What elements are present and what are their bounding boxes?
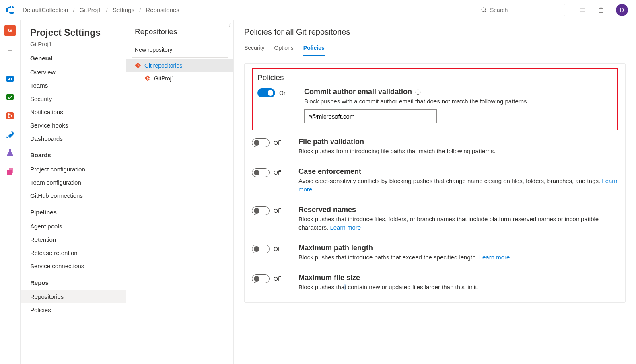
info-icon[interactable] — [415, 89, 421, 95]
testplans-icon[interactable] — [5, 148, 15, 158]
toggle-label: Off — [274, 169, 281, 176]
avatar[interactable]: D — [616, 4, 628, 16]
repo-column-title: Repositories — [126, 27, 233, 36]
nav-overview[interactable]: Overview — [30, 66, 126, 79]
toggle-commit-email[interactable] — [257, 88, 275, 97]
repositories-column: 〈 Repositories New repository Git reposi… — [126, 20, 233, 364]
nav-security[interactable]: Security — [30, 92, 126, 105]
policy-desc: Block pushes that introduce paths that e… — [298, 253, 618, 261]
overview-icon[interactable] — [5, 74, 15, 84]
nav-teams[interactable]: Teams — [30, 79, 126, 92]
learn-more-link[interactable]: Learn more — [330, 224, 361, 231]
toggle-label: Off — [274, 246, 281, 252]
toggle-label: Off — [274, 276, 281, 282]
breadcrumb-item[interactable]: Settings — [113, 6, 134, 13]
policy-max-file-size: Off Maximum file size Block pushes that … — [252, 274, 618, 291]
nav-notifications[interactable]: Notifications — [30, 105, 126, 119]
breadcrumb: DefaultCollection / GitProj1 / Settings … — [23, 6, 179, 13]
page-title: Project Settings — [30, 27, 126, 38]
shopping-bag-icon[interactable] — [597, 6, 605, 14]
azure-devops-logo-icon — [6, 5, 15, 15]
nav-policies[interactable]: Policies — [30, 303, 126, 317]
settings-sidebar: Project Settings GitProj1 General Overvi… — [20, 20, 126, 364]
policy-title: Reserved names — [298, 206, 618, 214]
toggle-max-path[interactable] — [252, 245, 270, 253]
repo-item-gitproj1[interactable]: GitProj1 — [126, 72, 233, 85]
search-input-wrapper[interactable] — [478, 4, 565, 16]
divider — [132, 57, 228, 58]
policy-title: Case enforcement — [298, 167, 618, 176]
nav-github[interactable]: GitHub connections — [30, 189, 126, 202]
nav-repositories[interactable]: Repositories — [21, 290, 126, 303]
tab-security[interactable]: Security — [244, 42, 265, 56]
policy-desc: Avoid case-sensitivity conflicts by bloc… — [298, 177, 618, 193]
nav-project-config[interactable]: Project configuration — [30, 162, 126, 176]
add-icon[interactable]: ＋ — [4, 45, 16, 56]
email-pattern-input[interactable] — [304, 109, 437, 123]
policy-desc: Block pushes from introducing file paths… — [298, 147, 618, 155]
collapse-column-icon[interactable]: 〈 — [226, 23, 231, 30]
policy-desc: Block pushes that introduce files, folde… — [298, 215, 618, 232]
toggle-case-enforcement[interactable] — [252, 168, 270, 177]
breadcrumb-item[interactable]: DefaultCollection — [23, 6, 68, 13]
breadcrumb-sep: / — [73, 6, 74, 13]
toggle-label: Off — [274, 208, 281, 214]
policy-commit-email: On Commit author email validation Block … — [257, 88, 612, 123]
toggle-file-path[interactable] — [252, 138, 270, 147]
learn-more-link[interactable]: Learn more — [479, 254, 510, 261]
policies-card: Policies On Commit author email validati… — [244, 63, 626, 303]
policy-title: File path validation — [298, 138, 618, 146]
project-tile[interactable]: G — [4, 25, 16, 36]
rail-divider — [5, 65, 15, 65]
list-icon[interactable] — [579, 6, 586, 14]
tabs: Security Options Policies — [244, 42, 626, 56]
nav-service-hooks[interactable]: Service hooks — [30, 119, 126, 132]
toggle-reserved-names[interactable] — [252, 206, 270, 215]
repos-icon[interactable] — [5, 111, 15, 121]
nav-group-general: General — [30, 55, 126, 62]
repo-item-label: Git repositories — [144, 62, 182, 69]
breadcrumb-item[interactable]: Repositories — [146, 6, 179, 13]
search-input[interactable] — [490, 7, 562, 13]
policy-reserved-names: Off Reserved names Block pushes that int… — [252, 206, 618, 232]
artifacts-icon[interactable] — [5, 167, 15, 176]
toggle-label: On — [279, 90, 287, 96]
policy-title: Maximum file size — [298, 274, 618, 282]
tab-policies[interactable]: Policies — [303, 42, 325, 56]
policy-title: Commit author email validation — [304, 88, 612, 96]
policy-title: Maximum path length — [298, 244, 618, 252]
tab-options[interactable]: Options — [274, 42, 294, 56]
nav-agent-pools[interactable]: Agent pools — [30, 220, 126, 233]
svg-point-9 — [10, 132, 12, 134]
nav-service-connections[interactable]: Service connections — [30, 259, 126, 273]
nav-dashboards[interactable]: Dashboards — [30, 132, 126, 145]
repo-item-label: GitProj1 — [154, 75, 175, 82]
nav-release-retention[interactable]: Release retention — [30, 246, 126, 259]
breadcrumb-item[interactable]: GitProj1 — [80, 6, 101, 13]
toggle-max-file-size[interactable] — [252, 274, 270, 283]
search-icon — [481, 7, 487, 13]
nav-group-boards: Boards — [30, 152, 126, 158]
pipelines-icon[interactable] — [5, 130, 15, 139]
policy-title-text: Commit author email validation — [304, 88, 412, 96]
breadcrumb-sep: / — [106, 6, 108, 13]
git-icon — [135, 62, 141, 69]
svg-point-13 — [418, 90, 418, 91]
nav-team-config[interactable]: Team configuration — [30, 176, 126, 189]
svg-rect-11 — [9, 168, 13, 173]
git-icon — [144, 75, 151, 82]
highlighted-region: Policies On Commit author email validati… — [252, 68, 618, 130]
svg-rect-14 — [418, 91, 418, 93]
new-repository-button[interactable]: New repository — [126, 43, 233, 57]
svg-rect-4 — [6, 94, 14, 100]
breadcrumb-sep: / — [139, 6, 141, 13]
svg-rect-2 — [9, 78, 10, 80]
nav-retention[interactable]: Retention — [30, 233, 126, 246]
project-name: GitProj1 — [30, 41, 126, 47]
svg-point-7 — [8, 117, 10, 118]
repo-item-git-repositories[interactable]: Git repositories — [126, 59, 233, 72]
header-icons: D — [579, 4, 628, 16]
boards-icon[interactable] — [5, 93, 15, 102]
policy-file-path: Off File path validation Block pushes fr… — [252, 138, 618, 155]
svg-rect-5 — [6, 112, 14, 119]
